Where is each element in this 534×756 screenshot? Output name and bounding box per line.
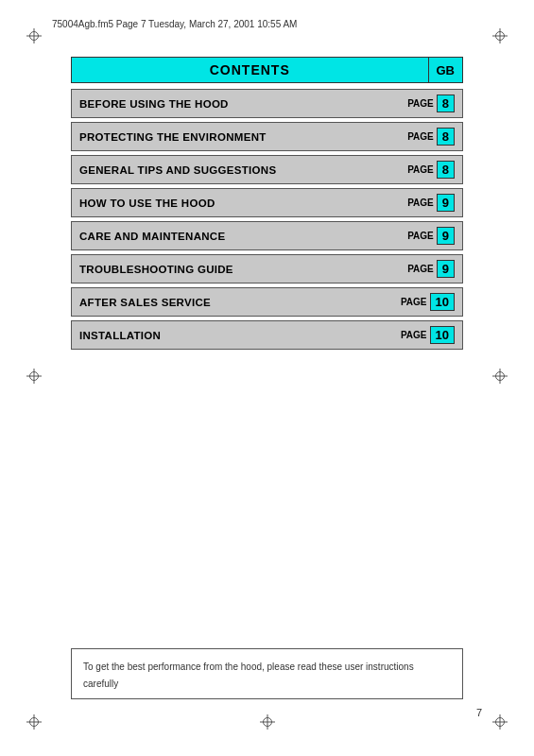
toc-title-text: GENERAL TIPS AND SUGGESTIONS: [79, 164, 276, 176]
toc-title-cell: TROUBLESHOOTING GUIDE: [72, 255, 387, 283]
toc-row: TROUBLESHOOTING GUIDEPAGE9: [71, 254, 463, 284]
toc-title-text: INSTALLATION: [79, 330, 161, 341]
toc-page-label: PAGE: [401, 330, 427, 340]
toc-row: BEFORE USING THE HOODPAGE8: [71, 89, 463, 118]
toc-title-cell: HOW TO USE THE HOOD: [72, 189, 387, 216]
toc-page-num: 8: [437, 128, 455, 146]
page-number: 7: [476, 707, 482, 718]
toc-page-cell: PAGE10: [387, 288, 462, 316]
bottom-note-text: To get the best performance from the hoo…: [83, 662, 414, 689]
crosshair-bot-center: [260, 714, 275, 730]
toc-page-num: 9: [437, 260, 455, 278]
toc-page-cell: PAGE9: [387, 222, 462, 249]
toc-page-num: 9: [437, 227, 455, 245]
contents-gb-label: GB: [437, 63, 456, 77]
toc-title-text: CARE AND MAINTENANCE: [79, 231, 225, 242]
toc-title-text: BEFORE USING THE HOOD: [79, 98, 229, 110]
toc-page-label: PAGE: [407, 264, 434, 274]
toc-title-cell: AFTER SALES SERVICE: [72, 288, 387, 316]
toc-page-label: PAGE: [401, 297, 427, 307]
toc-page-cell: PAGE8: [387, 156, 462, 183]
crosshair-mid-right: [492, 369, 508, 384]
toc-title-cell: PROTECTING THE ENVIRONMENT: [72, 123, 387, 150]
toc-page-label: PAGE: [407, 98, 434, 109]
toc-row: CARE AND MAINTENANCEPAGE9: [71, 221, 463, 250]
contents-title: CONTENTS: [210, 62, 290, 77]
crosshair-bot-left: [26, 714, 42, 730]
crosshair-top-right: [492, 28, 508, 43]
toc-page-label: PAGE: [407, 131, 434, 142]
toc-page-cell: PAGE10: [387, 321, 462, 349]
toc-row: INSTALLATIONPAGE10: [71, 320, 463, 350]
toc-page-num: 9: [437, 194, 455, 212]
contents-title-box: CONTENTS: [71, 57, 429, 83]
toc-title-text: PROTECTING THE ENVIRONMENT: [79, 131, 267, 143]
toc-row: HOW TO USE THE HOODPAGE9: [71, 188, 463, 217]
toc-title-text: HOW TO USE THE HOOD: [79, 198, 215, 209]
toc-row: AFTER SALES SERVICEPAGE10: [71, 287, 463, 317]
toc-title-text: TROUBLESHOOTING GUIDE: [79, 264, 233, 275]
crosshair-top-left: [26, 28, 42, 43]
toc-page-label: PAGE: [407, 164, 434, 175]
contents-header: CONTENTS GB: [71, 57, 463, 83]
toc-title-cell: INSTALLATION: [72, 321, 387, 349]
header-bar: 75004Agb.fm5 Page 7 Tuesday, March 27, 2…: [52, 19, 482, 29]
contents-gb-box: GB: [429, 57, 464, 83]
toc-title-cell: GENERAL TIPS AND SUGGESTIONS: [72, 156, 387, 183]
toc-page-label: PAGE: [407, 198, 434, 208]
toc-title-text: AFTER SALES SERVICE: [79, 297, 211, 308]
toc-page-cell: PAGE9: [387, 255, 462, 283]
toc-page-cell: PAGE8: [387, 123, 462, 150]
toc-page-num: 10: [430, 326, 455, 344]
toc-page-cell: PAGE9: [387, 189, 462, 216]
bottom-note: To get the best performance from the hoo…: [71, 648, 463, 699]
toc-row: GENERAL TIPS AND SUGGESTIONSPAGE8: [71, 155, 463, 184]
toc-page-label: PAGE: [407, 231, 434, 241]
toc-page-num: 8: [437, 161, 455, 179]
toc-title-cell: CARE AND MAINTENANCE: [72, 222, 387, 249]
crosshair-bot-right: [492, 714, 508, 730]
header-filename: 75004Agb.fm5 Page 7 Tuesday, March 27, 2…: [52, 19, 297, 29]
toc-row: PROTECTING THE ENVIRONMENTPAGE8: [71, 122, 463, 151]
toc-title-cell: BEFORE USING THE HOOD: [72, 90, 387, 117]
page-container: 75004Agb.fm5 Page 7 Tuesday, March 27, 2…: [0, 0, 534, 756]
main-content: CONTENTS GB BEFORE USING THE HOODPAGE8PR…: [71, 57, 463, 353]
toc-page-num: 8: [437, 94, 455, 112]
toc-page-cell: PAGE8: [387, 90, 462, 117]
crosshair-mid-left: [26, 369, 42, 384]
toc-page-num: 10: [430, 293, 455, 311]
toc-table: BEFORE USING THE HOODPAGE8PROTECTING THE…: [71, 89, 463, 350]
